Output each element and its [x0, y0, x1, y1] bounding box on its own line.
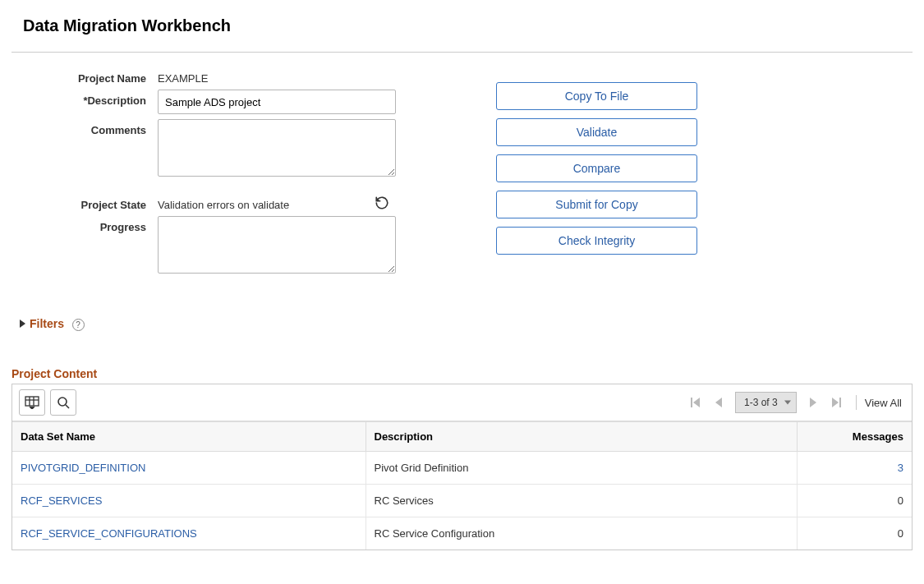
submit-for-copy-button[interactable]: Submit for Copy [496, 191, 697, 218]
project-content-title: Project Content [11, 367, 913, 380]
table-row: RCF_SERVICESRC Services0 [12, 485, 912, 517]
divider-line [11, 52, 913, 53]
compare-button[interactable]: Compare [496, 154, 697, 182]
svg-line-6 [66, 405, 69, 408]
actions-panel: Copy To File Validate Compare Submit for… [496, 67, 697, 263]
dataset-description: Pivot Grid Definition [365, 452, 797, 485]
svg-point-5 [58, 398, 67, 406]
project-state-value: Validation errors on validate [158, 199, 289, 211]
table-row: RCF_SERVICE_CONFIGURATIONSRC Service Con… [12, 517, 912, 550]
project-name-label: Project Name [11, 67, 158, 85]
search-button[interactable] [50, 389, 76, 416]
project-content-grid: 1-3 of 3 View All Data Set Name Descript… [11, 384, 913, 550]
svg-rect-1 [25, 397, 39, 406]
page-selector[interactable]: 1-3 of 3 [735, 392, 797, 413]
next-page-icon[interactable] [805, 394, 821, 411]
svg-marker-8 [693, 398, 700, 407]
svg-marker-0 [20, 320, 25, 328]
svg-marker-9 [715, 398, 722, 407]
progress-label: Progress [11, 216, 158, 233]
copy-to-file-button[interactable]: Copy To File [496, 82, 697, 110]
svg-rect-7 [691, 398, 692, 407]
page-title: Data Migration Workbench [23, 16, 913, 35]
first-page-icon[interactable] [687, 394, 704, 411]
progress-textarea[interactable] [158, 216, 396, 274]
comments-label: Comments [11, 119, 158, 136]
dataset-name-link[interactable]: RCF_SERVICE_CONFIGURATIONS [21, 527, 197, 540]
svg-rect-12 [839, 398, 841, 407]
grid-action-button[interactable] [19, 389, 45, 416]
dataset-name-link[interactable]: RCF_SERVICES [21, 494, 102, 507]
last-page-icon[interactable] [828, 394, 844, 411]
dataset-name-link[interactable]: PIVOTGRID_DEFINITION [21, 462, 145, 474]
project-name-value: EXAMPLE [158, 72, 208, 85]
filters-toggle[interactable]: Filters [20, 317, 64, 330]
dataset-description: RC Service Configuration [365, 517, 797, 550]
description-input[interactable] [158, 90, 396, 114]
svg-marker-11 [832, 398, 839, 407]
svg-marker-10 [810, 398, 816, 407]
prev-page-icon[interactable] [710, 394, 727, 411]
toolbar-divider [856, 395, 857, 410]
dataset-description: RC Services [365, 485, 797, 517]
validate-button[interactable]: Validate [496, 118, 697, 146]
messages-count: 0 [797, 485, 912, 517]
chevron-right-icon [20, 317, 26, 330]
col-header-description[interactable]: Description [365, 422, 797, 452]
refresh-icon[interactable] [375, 195, 391, 212]
col-header-name[interactable]: Data Set Name [12, 422, 365, 452]
project-form: Project Name EXAMPLE *Description Commen… [11, 67, 406, 281]
col-header-messages[interactable]: Messages [797, 422, 912, 452]
description-label: *Description [11, 90, 158, 107]
messages-count: 0 [797, 517, 912, 550]
messages-link[interactable]: 3 [898, 462, 903, 474]
check-integrity-button[interactable]: Check Integrity [496, 227, 697, 255]
view-all-link[interactable]: View All [865, 397, 902, 409]
project-state-label: Project State [11, 194, 158, 211]
help-icon[interactable]: ? [72, 319, 85, 331]
comments-textarea[interactable] [158, 119, 396, 177]
filters-label: Filters [30, 317, 64, 330]
table-row: PIVOTGRID_DEFINITIONPivot Grid Definitio… [12, 452, 912, 485]
